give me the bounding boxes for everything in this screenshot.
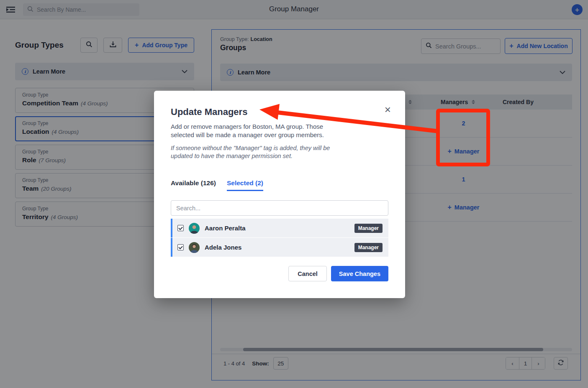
cancel-button[interactable]: Cancel [288,266,327,281]
manager-badge: Manager [354,243,383,252]
modal-tabs: Available (126) Selected (2) [171,179,263,191]
checkbox-checked[interactable] [177,225,184,231]
avatar [189,223,200,234]
modal-search-input[interactable] [176,205,383,212]
modal-actions: Cancel Save Changes [288,266,388,281]
modal-title: Update Managers [171,107,247,117]
avatar [189,242,200,253]
tab-selected[interactable]: Selected (2) [227,179,263,191]
update-managers-modal: Update Managers × Add or remove managers… [154,91,405,298]
selected-people-list: Aaron Peralta Manager Adela Jones Manage… [171,219,388,257]
modal-description: Add or remove managers for Boston, MA gr… [171,123,344,139]
person-name: Adela Jones [205,244,241,251]
manager-badge: Manager [354,224,383,233]
save-changes-button[interactable]: Save Changes [331,266,388,281]
modal-note: If someone without the "Manager" tag is … [171,144,344,160]
checkbox-checked[interactable] [177,244,184,250]
person-name: Aaron Peralta [205,225,246,232]
close-icon[interactable]: × [385,104,391,115]
list-item[interactable]: Aaron Peralta Manager [171,219,388,237]
list-item[interactable]: Adela Jones Manager [171,238,388,257]
tab-available[interactable]: Available (126) [171,179,216,191]
modal-search [171,200,388,216]
